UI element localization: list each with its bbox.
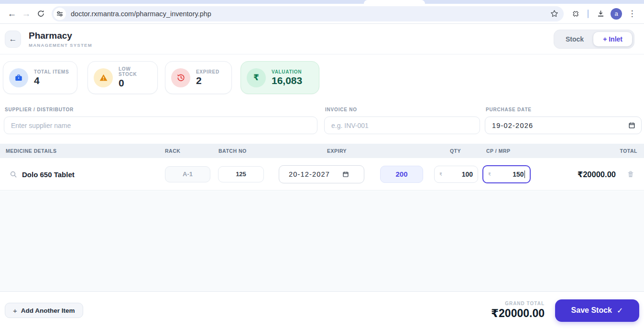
col-cp-mrp: CP / MRP bbox=[486, 148, 510, 154]
stat-value: 4 bbox=[34, 75, 69, 86]
col-medicine: MEDICINE DETAILS bbox=[6, 148, 56, 154]
expiry-date-input[interactable]: 20-12-2027 bbox=[279, 165, 364, 183]
batch-no-input[interactable]: 125 bbox=[218, 166, 264, 182]
reload-icon bbox=[37, 10, 45, 18]
stock-tab[interactable]: Stock bbox=[556, 32, 593, 46]
puzzle-icon bbox=[571, 9, 580, 18]
active-tab[interactable] bbox=[364, 0, 425, 4]
col-rack: RACK bbox=[165, 148, 180, 154]
purchase-form: SUPPLIER / DISTRIBUTOR INVOICE NO PURCHA… bbox=[0, 101, 644, 144]
col-batch: BATCH NO bbox=[218, 148, 247, 154]
save-stock-button[interactable]: Save Stock ✓ bbox=[555, 299, 639, 322]
save-stock-label: Save Stock bbox=[571, 306, 612, 315]
url-bar[interactable]: doctor.rxmantra.com/pharmacy_inventory.p… bbox=[52, 6, 564, 21]
toolbar-right: a ⋮ bbox=[568, 7, 639, 21]
stat-label: VALUATION bbox=[272, 69, 302, 74]
purchase-date-value: 19-02-2026 bbox=[492, 122, 533, 129]
page-subtitle: MANAGEMENT SYSTEM bbox=[29, 42, 92, 48]
rupee-icon: ₹ bbox=[247, 68, 266, 87]
add-another-item-button[interactable]: + Add Another Item bbox=[5, 303, 83, 318]
stat-label: TOTAL ITEMS bbox=[34, 69, 69, 74]
star-icon bbox=[550, 9, 559, 18]
page-title: Pharmacy bbox=[29, 31, 92, 41]
mode-toggle: Stock + Inlet bbox=[554, 30, 634, 49]
check-icon: ✓ bbox=[617, 306, 623, 315]
purchase-date-input[interactable]: 19-02-2026 bbox=[485, 117, 642, 134]
invoice-label: INVOICE NO bbox=[325, 107, 357, 112]
inlet-tab[interactable]: + Inlet bbox=[593, 32, 632, 46]
add-item-label: Add Another Item bbox=[21, 307, 75, 314]
back-button[interactable]: ← bbox=[5, 7, 19, 21]
invoice-input[interactable] bbox=[324, 117, 480, 134]
warning-icon bbox=[94, 68, 113, 87]
tune-icon bbox=[56, 11, 63, 17]
supplier-label: SUPPLIER / DISTRIBUTOR bbox=[5, 107, 74, 112]
purchase-date-label: PURCHASE DATE bbox=[486, 107, 532, 112]
stat-card-expired: EXPIRED 2 bbox=[165, 61, 232, 94]
stat-label: LOW STOCK bbox=[119, 66, 150, 77]
download-icon bbox=[596, 9, 605, 18]
stat-value: 16,083 bbox=[272, 75, 302, 86]
col-expiry: EXPIRY bbox=[327, 148, 347, 154]
stat-card-valuation: ₹ VALUATION 16,083 bbox=[240, 61, 319, 94]
mrp-value: 150 bbox=[513, 170, 524, 178]
items-table-header: MEDICINE DETAILS RACK BATCH NO EXPIRY QT… bbox=[0, 144, 644, 158]
rack-input[interactable]: A-1 bbox=[165, 166, 210, 182]
grand-total-block: GRAND TOTAL ₹20000.00 bbox=[491, 301, 545, 320]
profile-avatar[interactable]: a bbox=[611, 8, 622, 20]
toolbar-separator bbox=[588, 10, 589, 18]
cp-input[interactable]: ₹ 100 bbox=[434, 166, 478, 183]
bookmark-star-button[interactable] bbox=[547, 7, 561, 21]
box-icon bbox=[9, 68, 28, 87]
supplier-input[interactable] bbox=[4, 117, 317, 134]
stats-row: TOTAL ITEMS 4 LOW STOCK 0 bbox=[0, 54, 644, 101]
history-clock-icon bbox=[171, 68, 190, 87]
page-header: ← Pharmacy MANAGEMENT SYSTEM Stock + Inl… bbox=[0, 24, 644, 54]
cp-value: 100 bbox=[442, 170, 473, 178]
empty-rows-area bbox=[0, 191, 644, 292]
browser-menu-button[interactable]: ⋮ bbox=[625, 7, 639, 21]
col-total: TOTAL bbox=[620, 148, 637, 154]
stat-card-total-items: TOTAL ITEMS 4 bbox=[3, 61, 77, 94]
footer-bar: + Add Another Item GRAND TOTAL ₹20000.00… bbox=[0, 292, 644, 329]
calendar-icon bbox=[342, 171, 349, 178]
stat-value: 2 bbox=[196, 75, 219, 86]
downloads-button[interactable] bbox=[593, 7, 608, 21]
expiry-date-value: 20-12-2027 bbox=[289, 170, 330, 178]
mrp-input[interactable]: ₹ 150 bbox=[482, 165, 531, 183]
medicine-name-input[interactable]: Dolo 650 Tablet bbox=[22, 170, 75, 178]
reload-button[interactable] bbox=[33, 7, 48, 21]
title-block: Pharmacy MANAGEMENT SYSTEM bbox=[29, 31, 92, 48]
qty-input[interactable]: 200 bbox=[380, 166, 423, 183]
calendar-icon bbox=[628, 122, 635, 129]
trash-icon[interactable] bbox=[627, 170, 634, 178]
forward-button[interactable]: → bbox=[19, 7, 33, 21]
extensions-button[interactable] bbox=[568, 7, 583, 21]
tab-strip bbox=[0, 0, 644, 4]
plus-icon: + bbox=[13, 307, 17, 315]
url-text[interactable]: doctor.rxmantra.com/pharmacy_inventory.p… bbox=[71, 10, 547, 18]
grand-total-value: ₹20000.00 bbox=[491, 307, 545, 320]
page-back-button[interactable]: ← bbox=[5, 31, 21, 48]
stat-card-low-stock: LOW STOCK 0 bbox=[87, 61, 158, 94]
text-caret bbox=[524, 170, 525, 178]
browser-toolbar: ← → doctor.rxmantra.com/pharmacy_invento… bbox=[0, 4, 644, 24]
stat-label: EXPIRED bbox=[196, 69, 219, 74]
item-row: Dolo 650 Tablet A-1 125 20-12-2027 200 ₹… bbox=[0, 158, 644, 191]
search-icon bbox=[10, 170, 17, 178]
row-total: ₹20000.00 bbox=[578, 170, 616, 179]
stat-value: 0 bbox=[119, 77, 150, 89]
browser-window: ← → doctor.rxmantra.com/pharmacy_invento… bbox=[0, 0, 644, 329]
grand-total-label: GRAND TOTAL bbox=[491, 301, 545, 306]
col-qty: QTY bbox=[416, 148, 461, 154]
site-info-icon[interactable] bbox=[54, 8, 66, 20]
